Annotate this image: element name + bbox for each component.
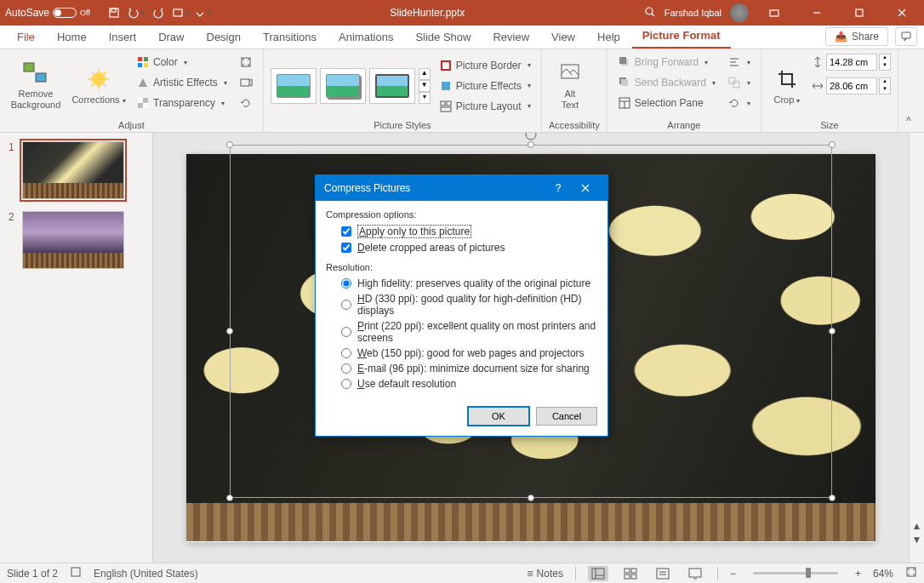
- handle-bm[interactable]: [528, 494, 534, 501]
- language-indicator[interactable]: English (United States): [94, 568, 198, 580]
- maximize-button[interactable]: [842, 0, 876, 26]
- slide-thumb-1[interactable]: [22, 141, 124, 199]
- default-res-option[interactable]: Use default resolution: [326, 376, 597, 392]
- tab-help[interactable]: Help: [587, 26, 630, 49]
- group-button[interactable]: [724, 73, 754, 92]
- next-slide-icon[interactable]: ▼: [912, 534, 922, 546]
- prev-slide-icon[interactable]: ▲: [912, 520, 922, 532]
- minimize-button[interactable]: [800, 0, 834, 26]
- handle-tm[interactable]: [528, 141, 534, 148]
- vertical-scrollbar[interactable]: ▲▼: [909, 133, 924, 563]
- artistic-effects-button[interactable]: Artistic Effects: [133, 73, 231, 92]
- collapse-ribbon-button[interactable]: ^: [898, 49, 919, 132]
- height-down[interactable]: ▼: [880, 62, 890, 70]
- height-input[interactable]: [826, 54, 877, 71]
- apply-only-checkbox[interactable]: [341, 226, 351, 237]
- handle-ml[interactable]: [226, 328, 233, 334]
- print-radio[interactable]: [341, 327, 351, 337]
- tab-slideshow[interactable]: Slide Show: [405, 26, 481, 49]
- zoom-out-button[interactable]: −: [730, 568, 736, 580]
- tab-design[interactable]: Design: [197, 26, 251, 49]
- tab-file[interactable]: File: [7, 26, 45, 49]
- rotate-button[interactable]: [724, 94, 754, 112]
- corrections-button[interactable]: Corrections: [70, 53, 128, 117]
- delete-cropped-checkbox[interactable]: [341, 243, 351, 253]
- bring-forward-button[interactable]: Bring Forward: [614, 53, 719, 71]
- remove-background-button[interactable]: Remove Background: [7, 53, 65, 117]
- comments-button[interactable]: [895, 27, 917, 46]
- search-icon[interactable]: [644, 6, 656, 20]
- picture-layout-button[interactable]: Picture Layout: [436, 97, 534, 116]
- cancel-button[interactable]: Cancel: [536, 407, 597, 426]
- tab-home[interactable]: Home: [47, 26, 97, 49]
- share-button[interactable]: 📤Share: [825, 27, 888, 46]
- width-down[interactable]: ▼: [880, 86, 890, 94]
- from-beginning-button[interactable]: [172, 4, 189, 21]
- email-radio[interactable]: [341, 363, 351, 374]
- qat-more-button[interactable]: [194, 4, 211, 21]
- height-up[interactable]: ▲: [880, 54, 890, 62]
- reading-view-button[interactable]: [653, 566, 673, 581]
- style-thumb-2[interactable]: [320, 68, 366, 104]
- gallery-down[interactable]: ▼: [419, 80, 431, 92]
- picture-styles-gallery[interactable]: ▲ ▼ ▾: [271, 68, 431, 104]
- normal-view-button[interactable]: [588, 566, 608, 581]
- close-button[interactable]: [885, 0, 919, 26]
- web-radio[interactable]: [341, 348, 351, 358]
- compress-pictures-button[interactable]: [236, 53, 256, 71]
- width-input[interactable]: [826, 77, 877, 94]
- color-button[interactable]: Color: [133, 53, 231, 71]
- gallery-up[interactable]: ▲: [419, 68, 431, 80]
- sorter-view-button[interactable]: [620, 566, 641, 581]
- ribbon-display-button[interactable]: [757, 0, 791, 26]
- delete-cropped-option[interactable]: Delete cropped areas of pictures: [326, 240, 597, 255]
- tab-picture-format[interactable]: Picture Format: [632, 24, 731, 49]
- apply-only-option[interactable]: Apply only to this picture: [326, 223, 597, 240]
- handle-tr[interactable]: [829, 141, 836, 148]
- undo-button[interactable]: [128, 4, 145, 21]
- tab-insert[interactable]: Insert: [99, 26, 147, 49]
- gallery-more[interactable]: ▾: [419, 92, 431, 104]
- reset-picture-button[interactable]: [236, 94, 256, 112]
- transparency-button[interactable]: Transparency: [133, 94, 231, 112]
- zoom-slider[interactable]: [753, 572, 838, 574]
- zoom-in-button[interactable]: +: [855, 568, 861, 580]
- handle-mr[interactable]: [829, 328, 836, 334]
- picture-effects-button[interactable]: Picture Effects: [436, 77, 534, 95]
- slide-thumb-2[interactable]: [22, 211, 124, 269]
- save-icon[interactable]: [106, 4, 123, 21]
- tab-view[interactable]: View: [541, 26, 585, 49]
- hd-radio[interactable]: [341, 300, 351, 310]
- style-thumb-1[interactable]: [271, 68, 317, 104]
- dialog-titlebar[interactable]: Compress Pictures ?: [316, 175, 607, 201]
- width-up[interactable]: ▲: [880, 78, 890, 86]
- print-option[interactable]: Print (220 ppi): excellent quality on mo…: [326, 318, 597, 346]
- slideshow-view-button[interactable]: [685, 566, 705, 581]
- crop-button[interactable]: Crop: [768, 53, 806, 117]
- handle-br[interactable]: [829, 494, 836, 501]
- tab-animations[interactable]: Animations: [328, 26, 403, 49]
- tab-review[interactable]: Review: [482, 26, 539, 49]
- alt-text-button[interactable]: Alt Text: [549, 53, 591, 117]
- hd-option[interactable]: HD (330 ppi): good quality for high-defi…: [326, 291, 597, 318]
- tab-transitions[interactable]: Transitions: [253, 26, 327, 49]
- style-thumb-3[interactable]: [369, 68, 415, 104]
- default-res-radio[interactable]: [341, 379, 351, 389]
- zoom-thumb[interactable]: [806, 568, 811, 578]
- dialog-close-button[interactable]: [572, 175, 599, 201]
- web-option[interactable]: Web (150 ppi): good for web pages and pr…: [326, 346, 597, 361]
- high-fidelity-radio[interactable]: [341, 278, 351, 289]
- ok-button[interactable]: OK: [468, 407, 529, 426]
- slide-indicator[interactable]: Slide 1 of 2: [7, 568, 58, 580]
- handle-tl[interactable]: [226, 141, 233, 148]
- fit-to-window-button[interactable]: [905, 566, 917, 580]
- autosave-toggle[interactable]: AutoSave Off: [5, 7, 90, 19]
- notes-button[interactable]: ≡ Notes: [528, 568, 563, 580]
- align-button[interactable]: [724, 53, 754, 71]
- tab-draw[interactable]: Draw: [148, 26, 194, 49]
- accessibility-checker-icon[interactable]: [70, 566, 82, 580]
- handle-bl[interactable]: [226, 494, 233, 501]
- email-option[interactable]: E-mail (96 ppi): minimize document size …: [326, 361, 597, 376]
- dialog-help-button[interactable]: ?: [545, 175, 572, 201]
- zoom-value[interactable]: 64%: [873, 568, 893, 580]
